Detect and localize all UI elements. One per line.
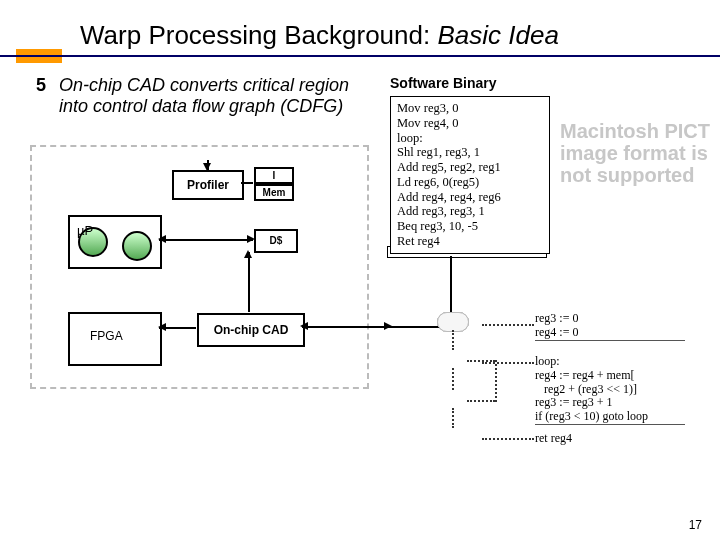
- graph-edge: [452, 408, 454, 428]
- software-binary-code: Mov reg3, 0 Mov reg4, 0 loop: Shl reg1, …: [390, 96, 550, 254]
- microprocessor-label: µP: [77, 223, 93, 238]
- page-number: 17: [689, 518, 702, 532]
- arrowhead-icon: [158, 235, 166, 243]
- pc-line: ret reg4: [535, 432, 685, 446]
- code-line: Mov reg3, 0: [397, 101, 543, 116]
- pc-line: reg3 := reg3 + 1: [535, 396, 685, 410]
- mapping-line: [482, 324, 534, 326]
- step-desc: On-chip CAD converts critical region int…: [59, 75, 359, 116]
- code-line: Ld reg6, 0(reg5): [397, 175, 543, 190]
- arrow: [302, 326, 390, 328]
- dcache-box: D$: [254, 229, 298, 253]
- title-underline: [0, 55, 720, 57]
- pc-line: loop:: [535, 355, 685, 369]
- graph-edge: [452, 368, 454, 390]
- pc-line: reg3 := 0: [535, 312, 685, 326]
- step-number: 5: [36, 75, 54, 96]
- title-plain: Warp Processing Background:: [80, 20, 437, 50]
- code-line: Mov reg4, 0: [397, 116, 543, 131]
- on-chip-cad-box: On-chip CAD: [197, 313, 305, 347]
- chip-area: Profiler I Mem D$ µP FPGA On-chip CAD: [30, 145, 369, 389]
- code-line: Ret reg4: [397, 234, 543, 249]
- pseudo-block-1: reg3 := 0 reg4 := 0: [535, 312, 685, 341]
- imem-box: I Mem: [254, 167, 294, 209]
- title-italic: Basic Idea: [437, 20, 558, 50]
- graph-edge: [467, 400, 495, 402]
- mapping-line: [482, 438, 534, 440]
- code-line: loop:: [397, 131, 543, 146]
- graph-edge: [495, 360, 497, 402]
- code-line: Add reg5, reg2, reg1: [397, 160, 543, 175]
- arrowhead-icon: [247, 235, 255, 243]
- arrow: [159, 239, 253, 241]
- graph-edge: [452, 330, 454, 350]
- mapping-line: [482, 362, 534, 364]
- arrow: [248, 252, 250, 312]
- fpga-label: FPGA: [90, 329, 123, 343]
- pc-line: reg2 + (reg3 << 1)]: [535, 383, 685, 397]
- arrow: [241, 182, 253, 184]
- i-label: I: [254, 167, 294, 184]
- pc-line: reg4 := reg4 + mem[: [535, 369, 685, 383]
- pc-line: if (reg3 < 10) goto loop: [535, 410, 685, 424]
- code-line: Shl reg1, reg3, 1: [397, 145, 543, 160]
- mem-label: Mem: [254, 184, 294, 201]
- software-binary-heading: Software Binary: [390, 75, 497, 91]
- arrowhead-icon: [158, 323, 166, 331]
- pseudo-block-3: ret reg4: [535, 432, 685, 446]
- step: 5 On-chip CAD converts critical region i…: [36, 75, 359, 116]
- pc-line: reg4 := 0: [535, 326, 685, 340]
- code-line: Add reg4, reg4, reg6: [397, 190, 543, 205]
- arrowhead-icon: [203, 163, 211, 171]
- gear-icon: [122, 231, 152, 261]
- arrowhead-icon: [384, 322, 392, 330]
- code-line: Add reg3, reg3, 1: [397, 204, 543, 219]
- cdfg-graph: ▢: [393, 312, 513, 452]
- pseudo-block-2: loop: reg4 := reg4 + mem[ reg2 + (reg3 <…: [535, 355, 685, 425]
- pict-error-text: Macintosh PICT image format is not suppo…: [560, 120, 720, 186]
- code-line: Beq reg3, 10, -5: [397, 219, 543, 234]
- slide-title: Warp Processing Background: Basic Idea: [80, 20, 559, 51]
- graph-node: [437, 312, 469, 332]
- profiler-box: Profiler: [172, 170, 244, 200]
- arrowhead-icon: [244, 250, 252, 258]
